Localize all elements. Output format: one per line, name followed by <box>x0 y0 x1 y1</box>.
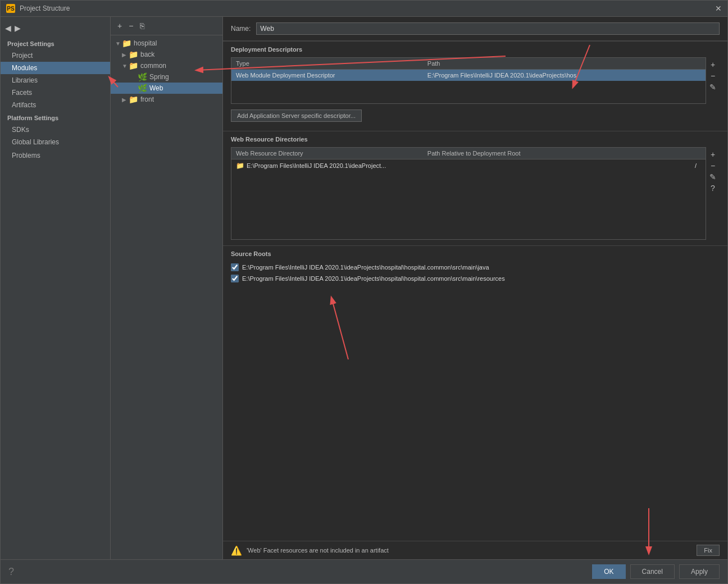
sidebar-item-modules[interactable]: Modules <box>1 62 110 74</box>
tree-node-web[interactable]: 🌿 Web <box>111 83 222 94</box>
tree-toolbar: + − ⎘ <box>111 17 222 35</box>
dd-table-row[interactable]: Web Module Deployment Descriptor E:\Prog… <box>231 70 706 81</box>
tree-copy-button[interactable]: ⎘ <box>138 20 147 31</box>
tree-content: ▼ 📁 hospital ▶ 📁 back ▼ 📁 common <box>111 35 222 559</box>
sidebar-item-artifacts[interactable]: Artifacts <box>1 99 110 111</box>
nav-forward-icon[interactable]: ▶ <box>15 24 21 33</box>
sidebar-nav: ◀ ▶ <box>1 21 110 37</box>
source-root-item-resources: E:\Program Files\IntelliJ IDEA 2020.1\id… <box>231 273 720 284</box>
dd-col-type: Type <box>231 58 423 69</box>
warning-text: 'Web' Facet resources are not included i… <box>247 547 692 554</box>
wr-remove-button[interactable]: − <box>708 161 717 171</box>
source-root-checkbox-resources[interactable] <box>231 275 239 282</box>
window-title: Project Structure <box>20 4 70 12</box>
main-panel: Name: Deployment Descriptors Type Path <box>223 17 727 559</box>
tree-panel: + − ⎘ ▼ 📁 hospital ▶ 📁 back <box>111 17 223 559</box>
add-descriptor-button[interactable]: Add Application Server specific descript… <box>231 110 362 122</box>
wr-help-button[interactable]: ? <box>708 183 717 193</box>
name-input[interactable] <box>256 22 720 35</box>
source-roots-section: Source Roots E:\Program Files\IntelliJ I… <box>223 245 727 286</box>
platform-settings-title: Platform Settings <box>1 111 110 124</box>
source-roots-title: Source Roots <box>223 245 727 259</box>
source-root-text-resources: E:\Program Files\IntelliJ IDEA 2020.1\id… <box>242 275 505 282</box>
name-row: Name: <box>223 17 727 41</box>
wr-add-button[interactable]: + <box>708 149 717 159</box>
tree-node-spring[interactable]: 🌿 Spring <box>111 71 222 83</box>
source-root-checkbox-java[interactable] <box>231 263 239 271</box>
tree-node-back[interactable]: ▶ 📁 back <box>111 49 222 60</box>
dd-col-path: Path <box>423 58 706 69</box>
project-settings-title: Project Settings <box>1 37 110 49</box>
web-resource-title: Web Resource Directories <box>223 131 727 145</box>
fix-button[interactable]: Fix <box>697 545 720 556</box>
dd-side-buttons: + − ✎ <box>706 57 720 94</box>
wr-path-rel: / <box>695 162 701 169</box>
ok-button[interactable]: OK <box>592 564 625 579</box>
help-icon[interactable]: ? <box>8 566 14 578</box>
sidebar-item-facets[interactable]: Facets <box>1 86 110 99</box>
dialog-buttons: OK Cancel Apply <box>592 564 720 579</box>
source-roots-list: E:\Program Files\IntelliJ IDEA 2020.1\id… <box>223 259 727 286</box>
wr-edit-button[interactable]: ✎ <box>708 172 717 182</box>
tree-remove-button[interactable]: − <box>126 20 135 31</box>
close-button[interactable]: ✕ <box>715 4 722 13</box>
dd-remove-button[interactable]: − <box>708 71 717 81</box>
title-bar: PS Project Structure ✕ <box>1 1 727 17</box>
wr-side-buttons: + − ✎ ? <box>706 147 720 195</box>
wr-table-header: Web Resource Directory Path Relative to … <box>231 148 706 159</box>
tree-add-button[interactable]: + <box>115 20 124 31</box>
wr-dir-text: E:\Program Files\IntelliJ IDEA 2020.1\id… <box>247 162 693 169</box>
dd-cell-path: E:\Program Files\IntelliJ IDEA 2020.1\id… <box>423 70 706 81</box>
sidebar-item-global-libraries[interactable]: Global Libraries <box>1 136 110 148</box>
sidebar-item-libraries[interactable]: Libraries <box>1 74 110 86</box>
tree-node-hospital[interactable]: ▼ 📁 hospital <box>111 38 222 49</box>
wr-table-row[interactable]: 📁 E:\Program Files\IntelliJ IDEA 2020.1\… <box>231 159 706 172</box>
source-root-item-java: E:\Program Files\IntelliJ IDEA 2020.1\id… <box>231 262 720 273</box>
tree-node-common[interactable]: ▼ 📁 common <box>111 60 222 71</box>
name-label: Name: <box>231 25 251 33</box>
wr-col-pathrel: Path Relative to Deployment Root <box>423 148 706 159</box>
warning-icon: ⚠️ <box>231 545 242 556</box>
bottom-bar: ? OK Cancel Apply <box>1 559 727 583</box>
deployment-descriptors-section: Deployment Descriptors Type Path <box>223 41 727 125</box>
deployment-descriptors-title: Deployment Descriptors <box>223 41 727 55</box>
web-resource-section: Web Resource Directories Web Resource Di… <box>223 131 727 242</box>
wr-col-dir: Web Resource Directory <box>231 148 423 159</box>
source-root-text-java: E:\Program Files\IntelliJ IDEA 2020.1\id… <box>242 264 489 271</box>
nav-back-icon[interactable]: ◀ <box>5 24 11 33</box>
sidebar-item-project[interactable]: Project <box>1 49 110 62</box>
dd-add-button[interactable]: + <box>708 60 717 70</box>
apply-button[interactable]: Apply <box>679 564 720 579</box>
sidebar-item-problems[interactable]: Problems <box>1 148 110 162</box>
app-icon: PS <box>6 4 15 13</box>
dd-edit-button[interactable]: ✎ <box>708 82 717 92</box>
dd-table-header: Type Path <box>231 58 706 70</box>
sidebar-item-sdks[interactable]: SDKs <box>1 124 110 136</box>
wr-folder-icon: 📁 <box>236 162 244 170</box>
cancel-button[interactable]: Cancel <box>630 564 675 579</box>
tree-node-front[interactable]: ▶ 📁 front <box>111 94 222 105</box>
warning-bar: ⚠️ 'Web' Facet resources are not include… <box>223 541 727 559</box>
dd-cell-type: Web Module Deployment Descriptor <box>231 70 423 81</box>
sidebar: ◀ ▶ Project Settings Project Modules Lib… <box>1 17 111 559</box>
